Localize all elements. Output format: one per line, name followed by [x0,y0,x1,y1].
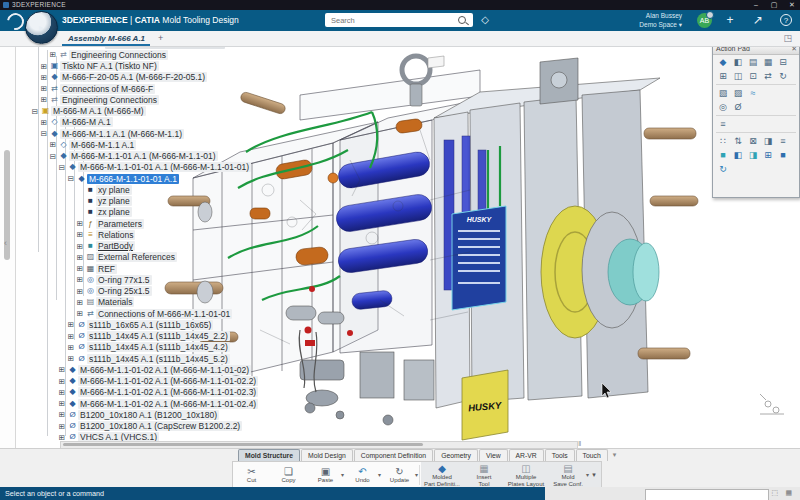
toolbar-button[interactable]: Multiple Plates Layout [505,462,547,488]
tree-item-label[interactable]: M-666-M-1.1-01-01 A.1 (M-666-M-1.1-01-01… [78,162,251,172]
tree-expander-icon[interactable]: ⊟ [66,174,76,183]
tree-expander-icon[interactable]: ⊞ [75,253,85,262]
action-bar-tab[interactable]: Touch [576,449,608,461]
action-pad-icon[interactable] [716,149,730,161]
tree-item-label[interactable]: B1200_10x180 A.1 (B1200_10x180) [78,410,219,420]
tree-expander-icon[interactable]: ⊞ [57,365,67,374]
tree-expander-icon[interactable]: ⊞ [66,320,76,329]
action-pad-icon[interactable] [761,149,775,161]
tree-item[interactable]: ⊞ M-666-M-1.1-01-02 A.1 (M-666-M-1.1-01-… [16,376,576,387]
tree-expander-icon[interactable]: ⊞ [75,298,85,307]
tree-item[interactable]: ⊞ Engineering Connections [16,94,576,105]
tree-item-label[interactable]: M-666-M-1.1-01-02 A.1 (M-666-M-1.1-01-02… [78,365,251,375]
tree-item[interactable]: ⊞ B1200_10x180 A.1 (B1200_10x180) [16,409,576,420]
tree-expander-icon[interactable]: ⊟ [57,163,67,172]
tree-item-label[interactable]: s111b_14x45 A.1 (s111b_14x45_5.2) [87,354,230,364]
tree-item-label[interactable]: zx plane [96,207,132,217]
tree-expander-icon[interactable]: ⊞ [57,377,67,386]
tree-expander-icon[interactable]: ⊞ [48,140,58,149]
command-input[interactable] [645,489,769,500]
tree-item[interactable]: ⊞ M-666-M-1.1-01-02 A.1 (M-666-M-1.1-01-… [16,387,576,398]
tree-item-label[interactable]: M-666-M A.1 (M-666-M) [51,106,146,116]
toolbar-button[interactable]: Mold Save Conf. ▾ [547,462,589,488]
action-bar-tab[interactable]: View [479,449,508,461]
tree-item[interactable]: yz plane [16,196,576,207]
tree-item-label[interactable]: O-ring 25x1.5 [96,286,152,296]
tree-expander-icon[interactable]: ⊞ [39,118,49,127]
tree-item[interactable]: xy plane [16,184,576,195]
tree-expander-icon[interactable]: ⊞ [57,410,67,419]
toolbar-button[interactable]: Copy [270,462,307,488]
action-pad-icon[interactable] [746,70,760,82]
minimize-button[interactable]: – [748,0,764,10]
tree-item[interactable]: ⊞ M-666-F-20-05 A.1 (M-666-F-20-05.1) [16,72,576,83]
close-button[interactable]: ✕ [784,0,800,10]
tree-item-label[interactable]: B1200_10x180 A.1 (CapScrew B1200.2.2) [78,421,242,431]
action-pad-icon[interactable] [731,87,745,99]
action-pad-icon[interactable] [776,149,790,161]
tree-scrollbar-thumb[interactable] [63,443,423,446]
tree-expander-icon[interactable]: ⊞ [66,332,76,341]
tree-expander-icon[interactable]: ⊞ [75,287,85,296]
tree-item-label[interactable]: Connections of M-666-M-1.1-01-01 [96,309,232,319]
tree-item-label[interactable]: Parameters [96,219,144,229]
tree-item-label[interactable]: Connections of M-666-F [60,84,155,94]
tree-item[interactable]: ⊞ B1200_10x180 A.1 (CapScrew B1200.2.2) [16,421,576,432]
action-pad-icon[interactable] [761,135,775,147]
action-pad-icon[interactable] [761,56,775,68]
tree-expander-icon[interactable]: ⊞ [66,343,76,352]
tree-expander-icon[interactable]: ⊞ [57,388,67,397]
tree-item[interactable]: ⊞ s111b_14x45 A.1 (s111b_14x45_4.2) [16,342,576,353]
3ds-logo[interactable] [4,10,28,34]
action-pad-icon[interactable] [731,101,745,113]
tree-item-label[interactable]: Materials [96,297,134,307]
tree-expander-icon[interactable]: ⊞ [39,62,49,71]
viewport-settings-icon[interactable]: ⬚ [771,489,778,497]
action-pad-icon[interactable] [716,70,730,82]
tree-item[interactable]: ⊞ M-666-M-1.1-01-02 A.1 (M-666-M-1.1-01-… [16,364,576,375]
fullscreen-icon[interactable]: ◳ [783,32,792,45]
tree-expander-icon[interactable]: ⊞ [75,264,85,273]
tabs-overflow-icon[interactable]: ▾ [609,449,621,461]
action-pad-icon[interactable] [716,101,730,113]
tree-item-label[interactable]: M-666-M-1.1-01-02 A.1 (M-666-M-1.1-01-02… [78,387,258,397]
action-pad-icon[interactable] [746,135,760,147]
tree-item[interactable]: ⊞ s111b_14x45 A.1 (s111b_14x45_2.2) [16,331,576,342]
tree-item[interactable]: ⊞ Parameters [16,218,576,229]
tree-item[interactable]: ⊟ M-666-M-1.1-01 A.1 (M-666-M-1.1-01) [16,151,576,162]
action-pad-icon[interactable] [776,70,790,82]
action-pad-icon[interactable] [716,118,730,130]
group-dropdown-caret-icon[interactable]: ▾ [589,462,599,488]
tree-expander-icon[interactable]: ⊞ [48,50,58,59]
tree-item-label[interactable]: Relations [96,230,135,240]
tree-item[interactable]: ⊞ Engineering Connections [16,49,576,60]
tree-overview-rail[interactable]: ‹ [0,46,16,487]
action-pad-icon[interactable] [716,56,730,68]
tree-item[interactable]: ⊞ M-666-M-1.1-01-02 A.1 (M-666-M-1.1-01-… [16,398,576,409]
tree-expander-icon[interactable]: ⊞ [75,309,85,318]
tag-icon[interactable]: ◇ [479,14,491,26]
toolbar-button[interactable]: Undo ▾ [344,462,381,488]
tree-expander-icon[interactable]: ⊟ [30,107,40,116]
tree-item-label[interactable]: Tiskto NF A.1 (Tiskto NF) [60,61,159,71]
dropdown-caret-icon[interactable]: ▾ [586,471,589,478]
new-tab-button[interactable]: + [158,32,163,45]
action-pad-icon[interactable] [776,135,790,147]
action-bar-tab[interactable]: Geometry [434,449,478,461]
tree-item-label[interactable]: M-666-M-1.1-01-02 A.1 (M-666-M-1.1-01-02… [78,376,258,386]
tree-item[interactable]: ⊞ M-666-M-1.1 A.1 [16,139,576,150]
tree-item[interactable]: ⊞ s111b_14x45 A.1 (s111b_14x45_5.2) [16,353,576,364]
action-pad-icon[interactable] [716,163,730,175]
search-icon[interactable] [458,16,466,24]
action-bar-tab[interactable]: Mold Structure [238,449,300,461]
toolbar-button[interactable]: Insert Tool [463,462,505,488]
navigation-compass[interactable] [25,11,58,44]
tree-expander-icon[interactable]: ⊞ [75,219,85,228]
share-icon[interactable]: ↗ [750,13,766,28]
action-pad-icon[interactable] [731,149,745,161]
action-pad-icon[interactable] [761,70,775,82]
tree-item-label[interactable]: Engineering Connections [60,95,159,105]
avatar[interactable]: AB [697,13,712,28]
toolbar-button[interactable]: Update ▾ [381,462,418,488]
dropdown-caret-icon[interactable]: ▾ [415,471,418,478]
